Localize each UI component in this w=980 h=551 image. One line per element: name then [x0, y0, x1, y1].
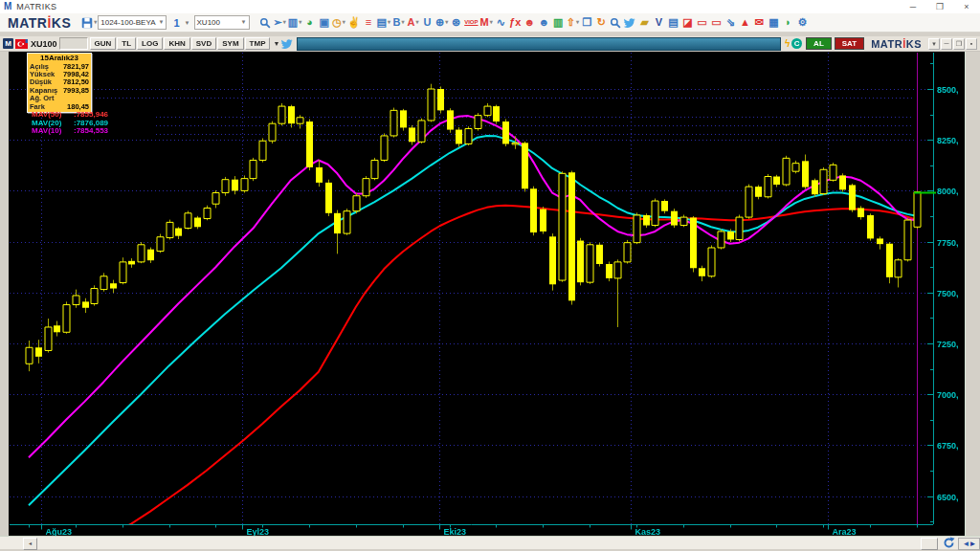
- pointer-icon[interactable]: ➢▾: [274, 15, 286, 30]
- search-icon[interactable]: [610, 15, 622, 30]
- chart-close-button[interactable]: ▪: [966, 38, 977, 50]
- prev-page-icon: ◄: [963, 540, 969, 548]
- chevron-down-icon[interactable]: ▼: [185, 20, 190, 26]
- matriks-m-icon: M: [3, 38, 13, 49]
- scrollbar-thumb[interactable]: [921, 538, 938, 550]
- members-icon[interactable]: ☻: [538, 15, 550, 30]
- lightning-icon[interactable]: ϟ: [785, 38, 790, 49]
- formula-icon[interactable]: ƒx: [509, 15, 522, 30]
- settings-icon[interactable]: ⚙: [796, 15, 809, 30]
- buy-al-button[interactable]: AL: [806, 37, 832, 50]
- chat-icon[interactable]: ◗: [782, 15, 794, 30]
- horizontal-scrollbar: ◂ ◄►: [0, 536, 980, 549]
- mini-chart-icon[interactable]: ∿: [495, 15, 507, 30]
- clipboard-icon[interactable]: ▤: [667, 15, 679, 30]
- folder-icon[interactable]: ▰: [638, 15, 651, 30]
- cascade-icon[interactable]: ⇘: [724, 15, 737, 30]
- handshake-icon[interactable]: ✌: [347, 15, 361, 30]
- ohlc-info-box: 15Aralık23 Açılış7821,97Yüksek7998,42Düş…: [27, 53, 92, 113]
- minimize-button[interactable]: ─: [900, 0, 926, 13]
- mav-legend-row: MAV(10):7854,553: [32, 127, 108, 136]
- twitter-icon[interactable]: [281, 39, 293, 49]
- matriks-m-icon[interactable]: M▾: [480, 15, 493, 30]
- broker-icon[interactable]: ☻: [523, 15, 536, 30]
- c-badge-icon[interactable]: C: [791, 38, 802, 49]
- matriks-terminal: { "os": { "logo": "M", "title": "MATRIKS…: [0, 0, 980, 551]
- matriks-brand-label: MATRİKS: [871, 38, 922, 50]
- screen-icon[interactable]: ▣: [318, 15, 330, 30]
- bist-b-icon[interactable]: B▾: [392, 15, 405, 30]
- workspace-dropdown[interactable]: 1024-100-BEYA▼: [98, 15, 167, 30]
- chevron-down-icon: ▼: [241, 16, 247, 29]
- chart-mode-button-svd[interactable]: SVD: [191, 37, 216, 50]
- globe-icon[interactable]: ⊕▾: [435, 15, 448, 30]
- chart-mode-button-gun[interactable]: GUN: [90, 37, 117, 50]
- chart-mode-button-log[interactable]: LOG: [137, 37, 163, 50]
- chart-mode-button-khn[interactable]: KHN: [164, 37, 189, 50]
- chart-symbol-label: XU100: [31, 39, 57, 49]
- chart-dropdown-button[interactable]: ▾: [928, 38, 940, 50]
- refresh-icon[interactable]: [943, 537, 955, 549]
- chart-window-controls: ▾─❐▪: [927, 38, 977, 50]
- chevron-down-icon: ▼: [159, 16, 165, 29]
- bist-flag-icon: [15, 39, 28, 49]
- window-controls: ─❐×: [900, 0, 980, 13]
- chart-window-titlebar: M XU100 GUNTLLOGKHNSVDSYMTMP ▼ ϟ C AL SA…: [0, 36, 980, 52]
- price-chart[interactable]: [0, 0, 980, 551]
- close-button[interactable]: ×: [953, 0, 980, 13]
- portfolio-icon[interactable]: ⇧▾: [567, 15, 579, 30]
- u-icon[interactable]: U: [421, 15, 434, 30]
- monitor-chart-icon[interactable]: ◪: [681, 15, 694, 30]
- mav-legend: MAV(50):7855,946MAV(20):7876,089MAV(10):…: [32, 111, 108, 136]
- chevron-down-icon[interactable]: ▼: [273, 40, 279, 47]
- viewer-v-icon[interactable]: V: [653, 15, 665, 30]
- zoom-icon[interactable]: [259, 15, 272, 30]
- os-titlebar: M MATRIKS ─❐×: [0, 0, 980, 14]
- mail-icon[interactable]: ✉: [753, 15, 766, 30]
- small-window2-icon[interactable]: ▭: [710, 15, 723, 30]
- twitter-icon[interactable]: [624, 15, 636, 30]
- maximize-button[interactable]: ❐: [926, 0, 953, 13]
- matriks-logo: MATRİKS: [8, 15, 71, 31]
- chart-minimize-button[interactable]: ─: [941, 38, 952, 50]
- clock-icon[interactable]: ◷▾: [332, 15, 345, 30]
- refresh-data-icon[interactable]: ↻: [595, 15, 608, 30]
- chart-mode-button-sym[interactable]: SYM: [217, 37, 243, 50]
- chart-mode-button-tl[interactable]: TL: [117, 37, 136, 50]
- analysis-a-icon[interactable]: A▾: [407, 15, 419, 30]
- page-selector[interactable]: 1: [173, 17, 179, 29]
- reports-icon[interactable]: ❐: [581, 15, 593, 30]
- page-nav-buttons[interactable]: ◄►: [958, 538, 980, 550]
- save-layout-icon[interactable]: ▾: [81, 15, 97, 30]
- chart-toolbar-buttons: GUNTLLOGKHNSVDSYMTMP: [90, 37, 272, 50]
- chart-type-icon[interactable]: ▥▾: [288, 15, 301, 30]
- app-title: MATRIKS: [16, 2, 56, 11]
- ranking-icon[interactable]: ▥: [552, 15, 565, 30]
- world-icon[interactable]: ⊛: [450, 15, 462, 30]
- scroll-left-button[interactable]: ◂: [23, 538, 37, 550]
- calculator-icon[interactable]: ▦: [768, 15, 780, 30]
- pie-chart-icon[interactable]: ◕: [303, 15, 316, 30]
- news-icon[interactable]: ▤▾: [377, 15, 390, 30]
- toolbar-icons: ➢▾▥▾◕▣◷▾✌≡▤▾B▾A▾U⊕▾⊛VIOPM▾∿ƒx☻☻▥⇧▾❐↻▰V▤◪…: [258, 15, 810, 30]
- next-page-icon: ►: [969, 540, 976, 548]
- symbol-input[interactable]: XU100▼: [194, 15, 250, 30]
- depth-list-icon[interactable]: ≡: [363, 15, 375, 30]
- app-logo-icon: M: [4, 0, 11, 13]
- viop-icon[interactable]: VIOP: [464, 15, 478, 30]
- chart-restore-button[interactable]: ❐: [953, 38, 965, 50]
- small-window-icon[interactable]: ▭: [696, 15, 708, 30]
- symbol-field[interactable]: [59, 37, 88, 50]
- main-toolbar: MATRİKS ▾ 1024-100-BEYA▼ 1 ▼ XU100▼ ➢▾▥▾…: [0, 13, 980, 33]
- alarm-icon[interactable]: ▲: [739, 15, 751, 30]
- sell-sat-button[interactable]: SAT: [835, 37, 864, 50]
- titlebar-drag-area[interactable]: [297, 37, 780, 51]
- chart-mode-button-tmp[interactable]: TMP: [245, 37, 271, 50]
